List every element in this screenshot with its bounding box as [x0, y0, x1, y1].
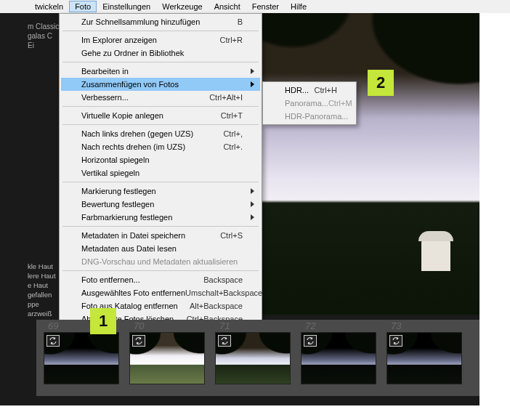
thumb-image[interactable]	[386, 332, 462, 384]
filmstrip-thumb[interactable]: 71	[215, 332, 291, 384]
menubar-item-hilfe[interactable]: Hilfe	[285, 1, 312, 12]
menu-item-label: Farbmarkierung festlegen	[81, 213, 172, 222]
menu-item-shortcut: Ctrl+T	[221, 111, 243, 120]
foto-menu-item[interactable]: Nach rechts drehen (im UZS)Ctrl+.	[61, 140, 260, 153]
menu-item-label: Im Explorer anzeigen	[81, 36, 157, 44]
thumb-index: 73	[391, 320, 401, 331]
menu-item-label: Metadaten aus Datei lesen	[81, 244, 177, 253]
chevron-right-icon	[251, 201, 254, 207]
sync-icon	[389, 335, 402, 347]
merge-submenu: HDR...Ctrl+HPanorama...Ctrl+MHDR-Panoram…	[262, 81, 357, 125]
menu-item-shortcut: Ctrl+Alt+I	[209, 93, 243, 102]
foto-menu-item[interactable]: Markierung festlegen	[61, 185, 260, 198]
filmstrip-thumb[interactable]: 70	[129, 332, 205, 384]
menu-item-label: Zusammenfügen von Fotos	[81, 80, 179, 89]
menu-item-label: HDR...	[285, 86, 309, 94]
menu-item-label: Foto entfernen...	[81, 275, 140, 284]
foto-menu-item[interactable]: Bearbeiten in	[61, 65, 260, 78]
foto-menu-item[interactable]: Nach links drehen (gegen UZS)Ctrl+,	[61, 127, 260, 140]
foto-menu-item: DNG-Vorschau und Metadaten aktualisieren	[61, 255, 260, 268]
menu-item-label: Panorama...	[285, 99, 328, 108]
menu-separator	[62, 182, 259, 182]
menu-item-label: Bearbeiten in	[81, 67, 129, 76]
filmstrip-thumb[interactable]: 69	[44, 332, 119, 384]
thumb-index: 69	[48, 320, 58, 331]
menu-item-shortcut: Ctrl+M	[328, 99, 352, 108]
menu-item-shortcut: Alt+Backspace	[190, 302, 243, 310]
menu-item-label: Nach links drehen (gegen UZS)	[81, 129, 193, 138]
menu-item-shortcut: Ctrl+R	[220, 36, 243, 44]
menu-item-label: Zur Schnellsammlung hinzufügen	[81, 17, 200, 26]
foto-menu-item[interactable]: Verbessern...Ctrl+Alt+I	[61, 91, 260, 104]
menu-item-label: Virtuelle Kopie anlegen	[81, 111, 163, 120]
thumb-index: 72	[305, 320, 315, 331]
menu-separator	[62, 106, 259, 107]
foto-menu-item[interactable]: Metadaten in Datei speichernCtrl+S	[61, 229, 260, 242]
merge-submenu-item[interactable]: HDR...Ctrl+H	[264, 84, 355, 97]
thumb-image[interactable]	[44, 332, 119, 384]
foto-menu-item[interactable]: Farbmarkierung festlegen	[61, 211, 260, 224]
thumb-image[interactable]	[301, 332, 376, 384]
menu-separator	[62, 270, 259, 271]
foto-menu-item[interactable]: Virtuelle Kopie anlegenCtrl+T	[61, 109, 260, 122]
filmstrip-thumb[interactable]: 72	[301, 332, 376, 384]
menu-item-shortcut: Umschalt+Backspace	[185, 288, 262, 297]
menu-item-label: Verbessern...	[81, 93, 129, 102]
sync-icon	[46, 335, 60, 347]
menu-item-label: Bewertung festlegen	[81, 200, 154, 209]
merge-submenu-item: HDR-Panorama...	[264, 110, 355, 123]
foto-menu-item[interactable]: Im Explorer anzeigenCtrl+R	[61, 33, 260, 47]
merge-submenu-item: Panorama...Ctrl+M	[264, 97, 355, 110]
menubar-item-werkzeuge[interactable]: Werkzeuge	[156, 1, 208, 12]
menu-item-label: Metadaten in Datei speichern	[81, 231, 185, 240]
sync-icon	[132, 335, 145, 347]
chevron-right-icon	[251, 188, 254, 194]
menu-item-label: HDR-Panorama...	[285, 112, 348, 121]
foto-menu-item[interactable]: Zusammenfügen von Fotos	[61, 78, 260, 91]
foto-menu-dropdown: Zur Schnellsammlung hinzufügenBIm Explor…	[59, 13, 262, 328]
foto-menu-item[interactable]: Foto entfernen...Backspace	[61, 273, 260, 286]
filmstrip-thumb[interactable]: 73	[386, 332, 462, 384]
thumb-image[interactable]	[215, 332, 291, 384]
thumb-index: 70	[134, 320, 144, 331]
thumb-image[interactable]	[129, 332, 205, 384]
foto-menu-item[interactable]: Vertikal spiegeln	[61, 166, 260, 179]
menu-item-label: Gehe zu Ordner in Bibliothek	[81, 49, 184, 57]
menubar-item-foto[interactable]: Foto	[69, 1, 97, 12]
menu-item-label: Markierung festlegen	[81, 187, 156, 195]
chevron-right-icon	[251, 214, 254, 220]
menu-item-shortcut: Ctrl+,	[223, 129, 243, 138]
foto-menu-item[interactable]: Ausgewähltes Foto entfernenUmschalt+Back…	[61, 286, 260, 299]
foto-menu-item[interactable]: Metadaten aus Datei lesen	[61, 242, 260, 255]
menubar-item-fenster[interactable]: Fenster	[246, 1, 285, 12]
menu-item-label: DNG-Vorschau und Metadaten aktualisieren	[81, 257, 238, 266]
menu-separator	[62, 62, 259, 62]
menubar-item-ansicht[interactable]: Ansicht	[209, 1, 246, 12]
callout-1: 1	[90, 308, 116, 334]
menu-item-label: Ausgewähltes Foto entfernen	[81, 288, 185, 297]
callout-2: 2	[368, 70, 394, 96]
sync-icon	[304, 335, 317, 347]
chevron-right-icon	[251, 81, 254, 87]
menu-item-shortcut: Backspace	[203, 275, 243, 284]
menu-separator	[62, 124, 259, 125]
foto-menu-item[interactable]: Bewertung festlegen	[61, 198, 260, 211]
sync-icon	[218, 335, 231, 347]
menu-item-label: Horizontal spiegeln	[81, 156, 150, 164]
menubar-item-einstellungen[interactable]: Einstellungen	[97, 1, 156, 12]
foto-menu-item[interactable]: Zur Schnellsammlung hinzufügenB	[61, 15, 260, 28]
menubar: twickelnFotoEinstellungenWerkzeugeAnsich…	[0, 0, 510, 13]
menu-item-shortcut: Ctrl+.	[223, 142, 243, 151]
thumb-index: 71	[219, 320, 230, 331]
menu-separator	[62, 226, 259, 227]
menu-item-label: Nach rechts drehen (im UZS)	[81, 142, 185, 151]
foto-menu-item[interactable]: Gehe zu Ordner in Bibliothek	[61, 47, 260, 60]
chevron-right-icon	[251, 68, 254, 74]
menu-separator	[62, 31, 259, 31]
menubar-item-twickeln[interactable]: twickeln	[29, 1, 69, 12]
foto-menu-item[interactable]: Horizontal spiegeln	[61, 153, 260, 166]
menu-item-shortcut: B	[238, 17, 243, 26]
menu-item-label: Vertikal spiegeln	[81, 169, 139, 177]
menu-item-shortcut: Ctrl+H	[315, 86, 337, 94]
menu-item-shortcut: Ctrl+S	[220, 231, 243, 240]
